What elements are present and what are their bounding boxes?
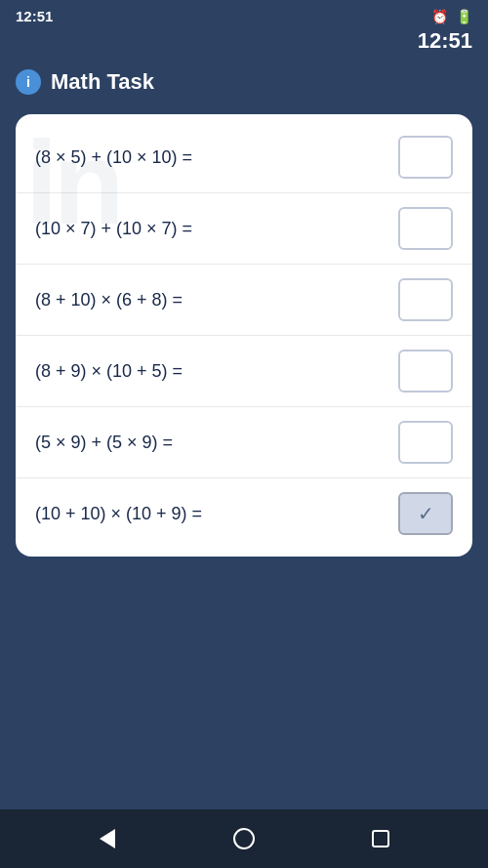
status-icons: ⏰ 🔋 [431,9,472,24]
status-bar: 12:51 ⏰ 🔋 [0,0,488,28]
recents-button[interactable] [363,821,398,856]
back-button[interactable] [90,821,125,856]
info-icon: i [16,69,41,95]
home-icon [233,828,255,849]
answer-input-box[interactable] [398,421,453,464]
battery-icon: 🔋 [456,9,472,24]
home-button[interactable] [226,821,262,856]
math-expression: (5 × 9) + (5 × 9) = [35,433,173,453]
answer-input-box[interactable] [398,278,453,321]
status-time-left: 12:51 [16,8,53,24]
page-title: Math Task [51,69,154,95]
math-row: (10 + 10) × (10 + 9) =✓ [16,478,472,549]
back-icon [100,829,115,848]
math-expression: (10 + 10) × (10 + 9) = [35,504,202,524]
answer-input-box[interactable] [398,350,453,393]
math-expression: (10 × 7) + (10 × 7) = [35,219,192,239]
answer-input-box[interactable] [398,136,453,179]
navigation-bar [0,809,488,868]
math-row: (8 + 9) × (10 + 5) = [16,336,472,407]
math-row: (5 × 9) + (5 × 9) = [16,407,472,478]
math-rows-container: (8 × 5) + (10 × 10) =(10 × 7) + (10 × 7)… [16,122,472,549]
recents-icon [372,830,389,847]
math-task-card: in (8 × 5) + (10 × 10) =(10 × 7) + (10 ×… [16,114,472,557]
math-expression: (8 × 5) + (10 × 10) = [35,147,192,168]
math-expression: (8 + 10) × (6 + 8) = [35,290,183,310]
answer-input-box[interactable] [398,207,453,250]
math-expression: (8 + 9) × (10 + 5) = [35,361,183,382]
math-row: (8 × 5) + (10 × 10) = [16,122,472,193]
answer-input-box[interactable]: ✓ [398,492,453,535]
top-time-display: 12:51 [0,28,488,54]
alarm-icon: ⏰ [431,9,448,24]
header-bar: i Math Task [0,58,488,106]
math-row: (10 × 7) + (10 × 7) = [16,193,472,265]
check-icon: ✓ [418,502,434,525]
math-row: (8 + 10) × (6 + 8) = [16,265,472,336]
